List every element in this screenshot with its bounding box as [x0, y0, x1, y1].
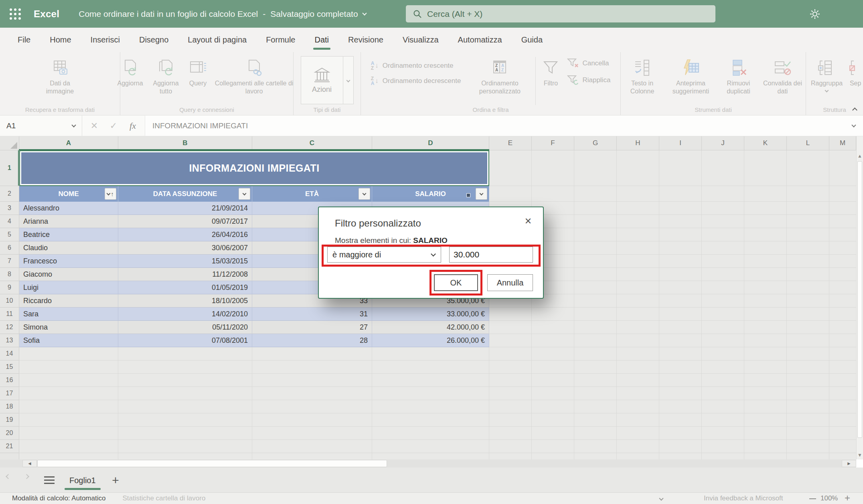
new-sheet-button[interactable]: +	[107, 472, 124, 488]
cell[interactable]: Riccardo	[19, 294, 118, 308]
tab-home[interactable]: Home	[40, 28, 81, 52]
cell[interactable]: 18/10/2005	[118, 294, 252, 308]
azioni-dropdown[interactable]	[343, 57, 353, 104]
row-header-7[interactable]: 7	[0, 255, 19, 268]
cell[interactable]: 28	[252, 334, 372, 347]
scroll-down-arrow-icon[interactable]: ▼	[857, 452, 863, 458]
row-header-17[interactable]: 17	[0, 387, 19, 400]
scroll-left-arrow-icon[interactable]: ◄	[22, 460, 37, 467]
scroll-right-arrow-icon[interactable]: ►	[842, 460, 856, 467]
tab-automatizza[interactable]: Automatizza	[448, 28, 512, 52]
row-header-15[interactable]: 15	[0, 360, 19, 374]
row-header-20[interactable]: 20	[0, 427, 19, 440]
cell[interactable]: 11/12/2008	[118, 268, 252, 281]
cell[interactable]: Claudio	[19, 241, 118, 255]
formula-bar-expand[interactable]	[845, 115, 863, 136]
tab-revisione[interactable]: Revisione	[338, 28, 393, 52]
column-header-A[interactable]: A	[19, 136, 118, 150]
raggruppa-button[interactable]: Raggruppa	[808, 55, 845, 93]
cancel-entry-button[interactable]: ✕	[85, 121, 104, 131]
tab-formule[interactable]: Formule	[256, 28, 305, 52]
row-header-4[interactable]: 4	[0, 215, 19, 228]
zoom-in-button[interactable]: +	[845, 492, 850, 504]
column-header-E[interactable]: E	[489, 136, 532, 150]
filter-button-data-assunzione[interactable]	[239, 188, 250, 200]
horizontal-scrollbar[interactable]: ◄ ►	[0, 459, 856, 468]
row-header-10[interactable]: 10	[0, 294, 19, 308]
row-header-9[interactable]: 9	[0, 281, 19, 294]
anteprima-suggerimenti-button[interactable]: Anteprima suggerimenti	[664, 55, 718, 96]
cell[interactable]: 14/02/2010	[118, 308, 252, 321]
cell[interactable]: 01/05/2019	[118, 281, 252, 294]
tab-layout-di-pagina[interactable]: Layout di pagina	[178, 28, 256, 52]
ok-button[interactable]: OK	[434, 274, 478, 291]
column-header-H[interactable]: H	[617, 136, 659, 150]
cell[interactable]: 27	[252, 321, 372, 334]
annulla-button[interactable]: Annulla	[487, 274, 533, 291]
table-resize-handle[interactable]	[466, 193, 470, 197]
cell[interactable]: Arianna	[19, 215, 118, 228]
cell[interactable]: Alessandro	[19, 202, 118, 215]
rimuovi-duplicati-button[interactable]: Rimuovi duplicati	[718, 55, 760, 96]
row-header-14[interactable]: 14	[0, 347, 19, 360]
calc-mode-status[interactable]: Modalità di calcolo: Automatico	[12, 494, 105, 502]
cancella-button[interactable]: Cancella	[567, 58, 610, 69]
ordinamento-personalizzato-button[interactable]: ZAAZ Ordinamento personalizzato	[467, 55, 532, 96]
cell[interactable]: 42.000,00 €	[372, 321, 489, 334]
column-header-C[interactable]: C	[252, 136, 372, 150]
next-sheet-button[interactable]	[24, 474, 29, 479]
riapplica-button[interactable]: Riapplica	[567, 75, 610, 86]
cell[interactable]: 07/08/2001	[118, 334, 252, 347]
confirm-entry-button[interactable]: ✓	[104, 121, 123, 131]
status-chevron-icon[interactable]	[659, 496, 663, 500]
select-all-corner[interactable]	[0, 136, 19, 150]
row-header-21[interactable]: 21	[0, 440, 19, 453]
query-button[interactable]: Query	[186, 55, 210, 88]
tab-file[interactable]: File	[8, 28, 40, 52]
row-header-2[interactable]: 2	[0, 186, 19, 202]
column-header-M[interactable]: M	[829, 136, 856, 150]
tab-dati[interactable]: Dati	[305, 28, 339, 52]
column-header-F[interactable]: F	[532, 136, 574, 150]
tab-guida[interactable]: Guida	[512, 28, 552, 52]
app-launcher-waffle-icon[interactable]	[10, 8, 21, 20]
column-header-L[interactable]: L	[787, 136, 829, 150]
filter-button-nome[interactable]: ↑	[105, 188, 116, 200]
tab-visualizza[interactable]: Visualizza	[393, 28, 448, 52]
ordinamento-decrescente-button[interactable]: ZA↓ Ordinamento decrescente	[371, 76, 461, 86]
row-header-13[interactable]: 13	[0, 334, 19, 347]
cell[interactable]: Giacomo	[19, 268, 118, 281]
cell[interactable]: 31	[252, 308, 372, 321]
all-sheets-menu-button[interactable]	[44, 476, 55, 484]
cell[interactable]: Francesco	[19, 255, 118, 268]
formula-input[interactable]: INFORMAZIONI IMPIEGATI	[145, 115, 845, 136]
cell[interactable]: 33.000,00 €	[372, 308, 489, 321]
cell[interactable]: Sofia	[19, 334, 118, 347]
aggiorna-button[interactable]: Aggiorna	[115, 55, 145, 88]
settings-button[interactable]	[807, 6, 823, 22]
separa-button-cut[interactable]: Sep	[845, 55, 863, 88]
row-header-18[interactable]: 18	[0, 400, 19, 413]
scroll-up-arrow-icon[interactable]: ▲	[857, 153, 863, 159]
cell[interactable]: 26.000,00 €	[372, 334, 489, 347]
row-header-8[interactable]: 8	[0, 268, 19, 281]
cell[interactable]: Simona	[19, 321, 118, 334]
vertical-scrollbar[interactable]: ▲ ▼	[856, 136, 863, 459]
column-header-B[interactable]: B	[118, 136, 252, 150]
column-header-K[interactable]: K	[744, 136, 787, 150]
dati-da-immagine-button[interactable]: Dati da immagine	[34, 55, 87, 96]
tab-disegno[interactable]: Disegno	[130, 28, 178, 52]
row-header-19[interactable]: 19	[0, 413, 19, 427]
column-header-J[interactable]: J	[702, 136, 744, 150]
cell[interactable]: 15/03/2015	[118, 255, 252, 268]
row-header-12[interactable]: 12	[0, 321, 19, 334]
column-header-D[interactable]: D	[372, 136, 489, 150]
workbook-statistics[interactable]: Statistiche cartella di lavoro	[122, 494, 205, 502]
document-title-area[interactable]: Come ordinare i dati in un foglio di cal…	[79, 9, 366, 19]
name-box[interactable]: A1	[0, 115, 82, 136]
horizontal-scroll-thumb[interactable]	[37, 460, 387, 467]
cell[interactable]: Beatrice	[19, 228, 118, 241]
filter-button-età[interactable]	[359, 188, 370, 200]
cell[interactable]: 09/07/2017	[118, 215, 252, 228]
row-header-6[interactable]: 6	[0, 241, 19, 255]
